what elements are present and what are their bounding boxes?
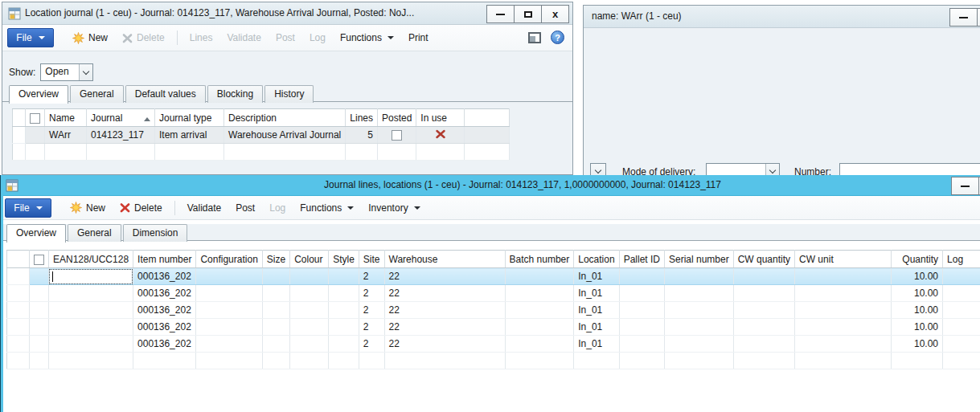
delete-button[interactable]: Delete (113, 199, 170, 217)
col-item-number[interactable]: Item number (133, 251, 196, 268)
cell-warehouse[interactable]: 22 (384, 302, 505, 319)
col-log[interactable]: Log (943, 251, 980, 268)
col-journal-type[interactable]: Journal type (155, 109, 224, 127)
cell-journal-type[interactable]: Item arrival (155, 127, 224, 144)
cell-site[interactable]: 2 (359, 336, 384, 353)
log-button[interactable]: Log (262, 199, 293, 217)
cell-warehouse[interactable]: 22 (384, 285, 505, 302)
cell-lines[interactable]: 5 (346, 127, 378, 144)
col-description[interactable]: Description (224, 109, 346, 127)
maximize-button[interactable] (514, 5, 542, 23)
lines-button[interactable]: Lines (182, 29, 220, 47)
minimize-button[interactable] (951, 177, 979, 195)
col-configuration[interactable]: Configuration (196, 251, 262, 268)
cell-quantity[interactable]: 10.00 (892, 268, 943, 285)
post-button[interactable]: Post (269, 29, 302, 47)
ean128-edit-input[interactable] (50, 270, 132, 284)
inventory-menu-button[interactable]: Inventory (361, 199, 427, 217)
cell-item-number[interactable]: 000136_202 (133, 336, 196, 353)
col-cw-quantity[interactable]: CW quantity (733, 251, 794, 268)
col-lines[interactable]: Lines (346, 109, 378, 127)
journal-line-row[interactable]: 000136_202 2 22 In_01 10.00 (7, 336, 980, 353)
minimize-button[interactable] (949, 8, 978, 27)
col-style[interactable]: Style (329, 251, 359, 268)
cell-quantity[interactable]: 10.00 (892, 302, 943, 319)
cell-quantity[interactable]: 10.00 (892, 285, 943, 302)
cell-location[interactable]: In_01 (574, 268, 619, 285)
close-button[interactable]: x (541, 5, 569, 23)
col-size[interactable]: Size (262, 251, 289, 268)
col-quantity[interactable]: Quantity (892, 251, 943, 268)
row-checkbox[interactable] (30, 268, 49, 285)
validate-button[interactable]: Validate (219, 29, 268, 47)
tab-general[interactable]: General (68, 224, 121, 242)
cell-item-number[interactable]: 000136_202 (133, 319, 196, 336)
new-button[interactable]: New (63, 198, 113, 217)
tab-dimension[interactable]: Dimension (123, 224, 188, 242)
journal-row-warr[interactable]: WArr 014123_117 Item arrival Warehouse A… (13, 127, 510, 144)
location-journal-titlebar[interactable]: Location journal (1 - ceu) - Journal: 01… (2, 2, 572, 25)
tab-history[interactable]: History (264, 85, 314, 103)
cell-item-number[interactable]: 000136_202 (133, 285, 196, 302)
cell-journal[interactable]: 014123_117 (87, 127, 155, 144)
cell-quantity[interactable]: 10.00 (892, 319, 943, 336)
tab-blocking[interactable]: Blocking (207, 85, 263, 103)
functions-menu-button[interactable]: Functions (333, 29, 401, 47)
functions-menu-button[interactable]: Functions (293, 199, 361, 217)
file-menu-button[interactable]: File (5, 198, 51, 218)
tab-general[interactable]: General (70, 85, 124, 103)
col-posted[interactable]: Posted (377, 109, 416, 127)
col-serial-number[interactable]: Serial number (664, 251, 733, 268)
journal-line-row[interactable]: 000136_202 2 22 In_01 10.00 (7, 285, 980, 302)
journal-line-row[interactable]: 000136_202 2 22 In_01 10.00 (7, 302, 980, 319)
cell-warehouse[interactable]: 22 (384, 319, 505, 336)
show-filter-combo[interactable]: Open (40, 63, 93, 81)
name-form-titlebar[interactable]: name: WArr (1 - ceu) (584, 6, 980, 28)
col-batch-number[interactable]: Batch number (505, 251, 574, 268)
empty-grid-row[interactable] (13, 144, 510, 161)
col-name[interactable]: Name (45, 109, 87, 127)
print-button[interactable]: Print (401, 29, 436, 47)
select-all-checkbox[interactable] (26, 109, 45, 127)
help-icon[interactable]: ? (551, 31, 564, 44)
journal-lines-titlebar[interactable]: Journal lines, locations (1 - ceu) - Jou… (0, 175, 980, 196)
col-colour[interactable]: Colour (290, 251, 329, 268)
cell-site[interactable]: 2 (359, 285, 384, 302)
post-button[interactable]: Post (228, 199, 262, 217)
posted-checkbox[interactable] (377, 127, 416, 144)
cell-site[interactable]: 2 (359, 319, 384, 336)
cell-location[interactable]: In_01 (574, 336, 619, 353)
cell-ean128[interactable] (49, 268, 133, 285)
cell-warehouse[interactable]: 22 (384, 268, 505, 285)
show-list-panel-icon[interactable] (528, 32, 541, 43)
col-pallet-id[interactable]: Pallet ID (619, 251, 664, 268)
col-in-use[interactable]: In use (416, 109, 465, 127)
col-location[interactable]: Location (574, 251, 619, 268)
col-cw-unit[interactable]: CW unit (795, 251, 892, 268)
tab-default-values[interactable]: Default values (125, 85, 206, 103)
cell-location[interactable]: In_01 (574, 319, 619, 336)
col-warehouse[interactable]: Warehouse (384, 251, 505, 268)
col-site[interactable]: Site (359, 251, 384, 268)
cell-location[interactable]: In_01 (574, 302, 619, 319)
empty-grid-row[interactable] (7, 353, 980, 369)
cell-warehouse[interactable]: 22 (384, 336, 505, 353)
cell-location[interactable]: In_01 (574, 285, 619, 302)
maximize-button[interactable] (977, 8, 980, 27)
tab-overview[interactable]: Overview (9, 85, 68, 104)
journal-line-row[interactable]: 000136_202 2 22 In_01 10.00 (7, 268, 980, 285)
minimize-button[interactable] (486, 5, 515, 23)
cell-description[interactable]: Warehouse Arrival Journal (224, 127, 346, 144)
new-button[interactable]: New (65, 29, 115, 47)
log-button[interactable]: Log (302, 29, 333, 47)
cell-site[interactable]: 2 (359, 302, 384, 319)
cell-site[interactable]: 2 (359, 268, 384, 285)
cell-item-number[interactable]: 000136_202 (133, 302, 196, 319)
file-menu-button[interactable]: File (7, 28, 54, 47)
cell-quantity[interactable]: 10.00 (892, 336, 943, 353)
cell-name[interactable]: WArr (45, 127, 87, 144)
tab-overview[interactable]: Overview (6, 224, 66, 243)
select-all-checkbox[interactable] (30, 251, 49, 268)
validate-button[interactable]: Validate (180, 199, 228, 217)
journal-line-row[interactable]: 000136_202 2 22 In_01 10.00 (7, 319, 980, 336)
